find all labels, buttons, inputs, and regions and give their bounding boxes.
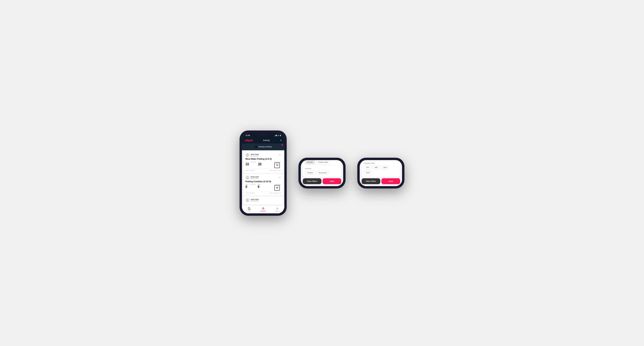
dots-menu-1[interactable]: ••• xyxy=(279,154,281,156)
sheet-actions-3: Clear Filters Apply xyxy=(360,178,402,186)
avatar-3 xyxy=(246,198,250,202)
user-date-2: 28 Feb 2023 xyxy=(250,178,259,179)
dots-menu-2[interactable]: ••• xyxy=(279,176,281,178)
ott-btn-3[interactable]: OTT xyxy=(364,165,372,170)
user-date-1: 28 Feb 2023 xyxy=(250,155,259,157)
status-bar-1: 11:33 ▲ ▮ xyxy=(242,133,284,137)
sheet-actions-2: Clear Filters Apply xyxy=(301,178,343,186)
tab-activities[interactable]: ♻ Activities xyxy=(256,207,270,212)
clear-filters-btn-3[interactable]: Clear Filters xyxy=(362,178,380,184)
card-header-2: Josh Coles 28 Feb 2023 ••• xyxy=(246,175,281,179)
rounds-section-label-2: Rounds xyxy=(305,168,339,170)
tournament-btn-2[interactable]: Tournament xyxy=(316,171,329,175)
logo-1: clippd xyxy=(245,139,253,142)
status-icons-1: ▲ ▮ xyxy=(275,134,281,136)
activity-card-2[interactable]: Josh Coles 28 Feb 2023 ••• Putting Combi… xyxy=(244,174,283,195)
quality-badge-1: 75 xyxy=(274,163,280,168)
user-info-1: Josh Coles 28 Feb 2023 xyxy=(246,153,259,157)
stats-row-2: Score 0 OUT OF Shots 9 Shot Quality 45 xyxy=(246,184,281,191)
app-btn-3[interactable]: APP xyxy=(373,165,380,170)
phone-2: 11:33 ▲ ▮ clippd Activity ≡ xyxy=(298,158,346,188)
drill-buttons-3: OTT APP ARG PUTT xyxy=(364,165,398,175)
filter-modal-2: Filter ✕ Show Rounds Practice Drills Rou… xyxy=(301,160,343,186)
user-name-3: Josh Coles xyxy=(250,198,259,200)
filter-sheet-3: Filter ✕ Show Rounds Practice Drills Pra… xyxy=(360,160,402,186)
filter-sheet-2: Filter ✕ Show Rounds Practice Drills Rou… xyxy=(301,160,343,186)
activity-card-3[interactable]: Josh Coles 28 Feb 2023 xyxy=(244,196,283,204)
user-name-2: Josh Coles xyxy=(250,176,259,178)
svg-point-0 xyxy=(247,154,248,155)
filter-icon-1: ⚙ xyxy=(254,145,257,149)
filter-modal-3: Filter ✕ Show Rounds Practice Drills Pra… xyxy=(360,160,402,186)
apply-btn-3[interactable]: Apply xyxy=(382,178,400,184)
divider-3 xyxy=(364,161,398,161)
svg-point-2 xyxy=(247,176,248,178)
card-header-3: Josh Coles 28 Feb 2023 xyxy=(246,198,281,202)
user-name-1: Josh Coles xyxy=(250,154,259,155)
activity-title-2: Putting Combine (3-15 ft) xyxy=(246,180,281,182)
viewing-bar-1[interactable]: ⚙ Viewing Activities xyxy=(242,143,284,150)
signal-icon xyxy=(275,134,277,136)
rounds-btn-2[interactable]: Rounds xyxy=(305,160,315,164)
svg-point-5 xyxy=(246,200,248,201)
card-footer-2: ℹ Test Information Data: Clippd Capture xyxy=(246,191,281,194)
tab-capture-label: Capture xyxy=(275,210,280,212)
shots-value-2: 9 xyxy=(258,185,260,188)
viewing-activities-label-1: Viewing Activities xyxy=(258,146,272,148)
notch-1 xyxy=(257,133,269,136)
tab-home-label: Home xyxy=(247,210,251,212)
capture-icon: ⊕ xyxy=(276,207,278,210)
data-source-1: Data: Clippd Capture xyxy=(270,170,281,171)
putt-btn-3[interactable]: PUTT xyxy=(364,171,372,175)
practice-btn-2[interactable]: Practice xyxy=(305,171,315,175)
menu-icon-1[interactable]: ≡ xyxy=(280,139,282,142)
phone-1-screen: 11:33 ▲ ▮ clippd Activity ≡ xyxy=(242,133,284,213)
phone-3: 11:33 ▲ ▮ clippd Activity ≡ xyxy=(357,158,404,188)
svg-point-3 xyxy=(246,178,248,179)
svg-point-4 xyxy=(247,199,248,200)
tab-home[interactable]: 🏠 Home xyxy=(242,207,256,212)
status-time-1: 11:33 xyxy=(246,134,250,136)
sheet-body-3: Show Rounds Practice Drills Practice Dri… xyxy=(362,160,400,177)
red-dot-1 xyxy=(282,144,283,146)
clear-filters-btn-2[interactable]: Clear Filters xyxy=(303,178,322,184)
battery-icon: ▮ xyxy=(280,134,281,136)
stats-row-1: Score 10 OUT OF Shots 20 Shot Quality 75 xyxy=(246,161,281,168)
score-value-2: 0 xyxy=(246,185,247,188)
phone-3-screen: 11:33 ▲ ▮ clippd Activity ≡ xyxy=(360,160,402,186)
home-icon: 🏠 xyxy=(248,207,251,210)
sq-label-2: Shot Quality xyxy=(274,184,281,185)
show-buttons-2: Rounds Practice Drills xyxy=(305,160,339,164)
tab-capture[interactable]: ⊕ Capture xyxy=(270,207,284,212)
tab-bar-1: 🏠 Home ♻ Activities ⊕ Capture xyxy=(242,205,284,213)
user-info-2: Josh Coles 28 Feb 2023 xyxy=(246,175,259,179)
activity-title-1: Must Make Putting (3-6 ft) xyxy=(246,158,281,160)
phone-1: 11:33 ▲ ▮ clippd Activity ≡ xyxy=(240,131,287,216)
activity-card-1[interactable]: Josh Coles 28 Feb 2023 ••• Must Make Put… xyxy=(244,152,283,173)
arg-btn-3[interactable]: ARG xyxy=(381,165,389,170)
apply-btn-2[interactable]: Apply xyxy=(322,178,341,184)
score-value-1: 10 xyxy=(246,163,249,166)
out-of-1: OUT OF xyxy=(251,161,256,163)
divider-2 xyxy=(305,166,339,166)
scene: 11:33 ▲ ▮ clippd Activity ≡ xyxy=(228,119,416,227)
quality-badge-2: 45 xyxy=(274,185,280,191)
card-header-1: Josh Coles 28 Feb 2023 ••• xyxy=(246,153,281,157)
info-text-2: ℹ Test Information xyxy=(246,192,255,194)
wifi-icon: ▲ xyxy=(278,134,279,136)
data-source-2: Data: Clippd Capture xyxy=(270,192,281,193)
header-title-1: Activity xyxy=(263,139,270,142)
rounds-buttons-2: Practice Tournament xyxy=(305,171,339,175)
avatar-2 xyxy=(246,175,250,179)
tab-activities-label: Activities xyxy=(260,210,266,212)
svg-point-1 xyxy=(246,155,248,156)
app-header-1: clippd Activity ≡ xyxy=(242,137,284,143)
shots-value-1: 20 xyxy=(258,163,262,166)
card-footer-1: ℹ Test Information Data: Clippd Capture xyxy=(246,169,281,171)
info-text-1: ℹ Test Information xyxy=(246,170,255,171)
phone-2-screen: 11:33 ▲ ▮ clippd Activity ≡ xyxy=(301,160,343,186)
sheet-body-2: Show Rounds Practice Drills Rounds Pract… xyxy=(303,160,341,177)
user-date-3: 28 Feb 2023 xyxy=(250,200,259,202)
practice-drills-btn-2[interactable]: Practice Drills xyxy=(316,160,330,164)
practice-drills-section-label-3: Practice Drills xyxy=(364,162,398,164)
